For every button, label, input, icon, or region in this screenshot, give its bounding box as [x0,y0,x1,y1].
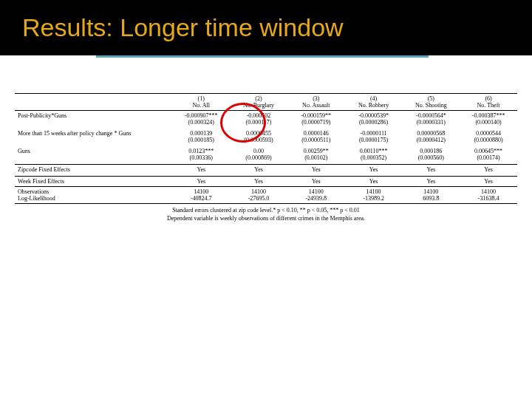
row-postpublicity-se: (0.000324) (0.000117) (0.0000719) (0.000… [15,119,517,126]
cell-se: (0.000117) [230,119,287,126]
cell: Yes [172,166,230,173]
rowlabel: Observations [15,188,172,195]
cell: Yes [230,178,287,185]
cell-se: (0.0000511) [287,137,345,143]
rowlabel: Week Fixed Effects [15,178,172,185]
cell-se: (0.00102) [287,154,345,161]
cell: -40824.7 [172,195,230,202]
regression-table: (1) (2) (3) (4) (5) (6) No. All No. Burg… [15,93,517,223]
cell: 14100 [230,188,287,195]
cell: -24939.8 [287,195,345,202]
cell-se: (0.0000880) [460,137,517,143]
cell: Yes [172,178,230,185]
row-week-fe: Week Fixed Effects Yes Yes Yes Yes Yes Y… [15,178,517,185]
cell-se: (0.0000175) [345,137,403,143]
cell: 0.00000568 [402,130,460,137]
table-footnote: Standard errors clustered at zip code le… [15,207,517,223]
cell: 0.0000455 [230,130,287,137]
cell: Yes [230,166,287,173]
cell: Yes [460,166,517,173]
cell: -13989.2 [345,195,403,202]
title-underline [96,55,429,58]
cell-se: (0.0000719) [287,119,345,126]
rule-mid4 [15,186,517,187]
cell-se: (0.000140) [460,119,517,126]
cell: -0.0000539* [345,112,403,119]
colnum-2: (2) [230,95,287,102]
cell: -27695.0 [230,195,287,202]
cell: 0.00 [230,148,287,154]
cell: -0.000387*** [460,112,517,119]
row-zip-fe: Zipcode Fixed Effects Yes Yes Yes Yes Ye… [15,166,517,173]
cell-se: (0.00174) [460,154,517,161]
cell: 0.000139 [172,130,230,137]
row-morethan15: More than 15 weeks after policy change *… [15,130,517,137]
cell-se: (0.0000331) [402,119,460,126]
cell-se: (0.000352) [345,154,403,161]
rule-top [15,93,517,94]
cell: -0.000159** [287,112,345,119]
footnote-line1: Standard errors clustered at zip code le… [15,207,517,215]
cell: -0.000907*** [172,112,230,119]
cell-se: (0.000324) [172,119,230,126]
row-guns-se: (0.00336) (0.000869) (0.00102) (0.000352… [15,154,517,161]
colhead-4: No. Robbery [345,102,403,109]
slide-title: Results: Longer time window [22,13,344,42]
colnum-6: (6) [460,95,517,102]
cell: -0.0000564* [402,112,460,119]
cell-se: (0.000185) [172,137,230,143]
cell: 6093.8 [402,195,460,202]
footnote-line2: Dependent variable is weekly observation… [15,215,517,223]
cell: 14100 [287,188,345,195]
colnum-3: (3) [287,95,345,102]
cell: 14100 [172,188,230,195]
cell: 14100 [460,188,517,195]
colhead-2: No. Burglary [230,102,287,109]
cell: Yes [402,166,460,173]
cell-se: (0.0000593) [230,137,287,143]
cell: -0.0000111 [345,130,403,137]
row-morethan15-se: (0.000185) (0.0000593) (0.0000511) (0.00… [15,137,517,143]
rule-mid1 [15,110,517,111]
cell: -0.000502 [230,112,287,119]
header-row-labels: No. All No. Burglary No. Assault No. Rob… [15,102,517,109]
row-obs: Observations 14100 14100 14100 14100 141… [15,188,517,195]
cell: Yes [460,178,517,185]
cell: Yes [345,166,403,173]
rowlabel: Log-Likelihood [15,195,172,202]
cell-se: (0.000560) [402,154,460,161]
cell: -31638.4 [460,195,517,202]
rowlabel: More than 15 weeks after policy change *… [15,130,172,137]
cell: 0.0000146 [287,130,345,137]
colnum-5: (5) [402,95,460,102]
cell: 0.00259** [287,148,345,154]
title-bar: Results: Longer time window [0,0,532,55]
cell-se: (0.000869) [230,154,287,161]
cell-se: (0.00336) [172,154,230,161]
cell: 0.0000544 [460,130,517,137]
cell-se: (0.0000412) [402,137,460,143]
colhead-1: No. All [172,102,230,109]
row-postpublicity: Post-Publicity*Guns -0.000907*** -0.0005… [15,112,517,119]
rule-mid2 [15,164,517,165]
cell: Yes [287,178,345,185]
cell: 0.00110*** [345,148,403,154]
cell: Yes [402,178,460,185]
row-guns: Guns 0.0123*** 0.00 0.00259** 0.00110***… [15,148,517,154]
rowlabel: Guns [15,148,172,154]
colhead-6: No. Theft [460,102,517,109]
cell: Yes [345,178,403,185]
rule-mid3 [15,176,517,177]
cell: Yes [287,166,345,173]
colnum-4: (4) [345,95,403,102]
row-ll: Log-Likelihood -40824.7 -27695.0 -24939.… [15,195,517,202]
cell: 14100 [345,188,403,195]
cell: 14100 [402,188,460,195]
header-row-numbers: (1) (2) (3) (4) (5) (6) [15,95,517,102]
colhead-5: No. Shooting [402,102,460,109]
rowlabel: Post-Publicity*Guns [15,112,172,119]
colhead-3: No. Assault [287,102,345,109]
rowlabel: Zipcode Fixed Effects [15,166,172,173]
cell: 0.000186 [402,148,460,154]
rule-bottom [15,203,517,204]
